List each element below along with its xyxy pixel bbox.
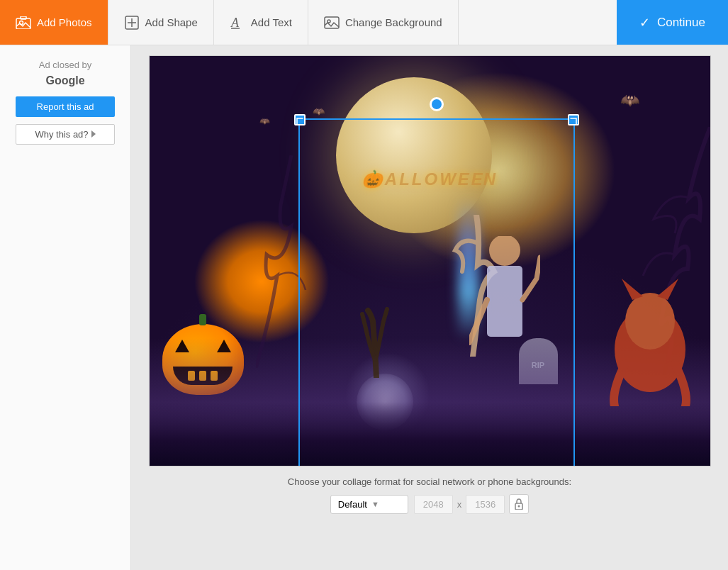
format-dimensions: x [414, 494, 530, 514]
svg-rect-9 [487, 266, 522, 337]
lock-button[interactable] [509, 494, 529, 514]
format-dropdown[interactable]: Default ▼ [330, 495, 408, 514]
x-label: x [457, 499, 462, 510]
svg-point-15 [518, 505, 520, 508]
toolbar: Add Photos Add Shape A Add Text C [0, 0, 728, 45]
bat-icon-3: 🦇 [259, 116, 270, 126]
svg-point-7 [327, 20, 330, 23]
ad-closed-line1: Ad closed by [39, 60, 91, 70]
fox-figure [604, 279, 696, 409]
girl-figure [469, 236, 540, 395]
svg-marker-12 [622, 279, 643, 300]
add-photos-icon [16, 15, 31, 30]
svg-rect-0 [16, 18, 30, 29]
dropdown-arrow-icon: ▼ [371, 500, 379, 508]
image-canvas[interactable]: 🦇 🦇 🦇 🎃ALLOWEEN [149, 55, 711, 466]
continue-button[interactable]: ✓ Continue [617, 0, 728, 45]
svg-point-11 [625, 293, 675, 350]
why-ad-label: Why this ad? [35, 129, 88, 140]
tree-left [256, 155, 355, 368]
svg-rect-2 [21, 16, 26, 19]
ad-closed-company: Google [39, 72, 91, 89]
format-label: Choose your collage format for social ne… [288, 476, 571, 487]
format-bar: Choose your collage format for social ne… [141, 466, 718, 514]
pumpkin-stem [199, 314, 206, 325]
format-default-label: Default [338, 499, 367, 510]
ground-layer [150, 402, 710, 466]
why-ad-button[interactable]: Why this ad? [16, 124, 115, 145]
add-shape-icon [124, 15, 140, 30]
add-photos-label: Add Photos [37, 16, 92, 28]
halloween-text: 🎃ALLOWEEN [362, 169, 498, 189]
add-photos-button[interactable]: Add Photos [0, 0, 108, 45]
main-area: Ad closed by Google Report this ad Why t… [0, 45, 728, 570]
change-bg-icon [324, 15, 340, 30]
svg-point-8 [489, 236, 520, 266]
add-text-label: Add Text [251, 16, 292, 28]
add-shape-label: Add Shape [145, 16, 198, 28]
report-ad-label: Report this ad [37, 101, 94, 112]
add-text-icon: A [230, 15, 245, 30]
bat-icon: 🦇 [620, 91, 639, 110]
svg-text:A: A [230, 16, 240, 30]
report-ad-button[interactable]: Report this ad [16, 96, 115, 117]
ad-closed-text: Ad closed by Google [39, 58, 91, 89]
height-input[interactable] [466, 495, 505, 514]
add-shape-button[interactable]: Add Shape [108, 0, 214, 45]
change-background-button[interactable]: Change Background [308, 0, 459, 45]
zombie-hand [355, 307, 398, 381]
width-input[interactable] [414, 495, 453, 514]
format-controls: Default ▼ x [330, 494, 530, 514]
add-text-button[interactable]: A Add Text [214, 0, 308, 45]
arrow-right-icon [91, 130, 96, 138]
continue-label: Continue [657, 16, 705, 30]
checkmark-icon: ✓ [639, 15, 650, 30]
sidebar: Ad closed by Google Report this ad Why t… [0, 45, 131, 570]
change-background-label: Change Background [345, 16, 442, 28]
svg-marker-13 [657, 279, 678, 300]
canvas-area: 🦇 🦇 🦇 🎃ALLOWEEN [131, 45, 728, 570]
bat-icon-2: 🦇 [313, 106, 325, 117]
